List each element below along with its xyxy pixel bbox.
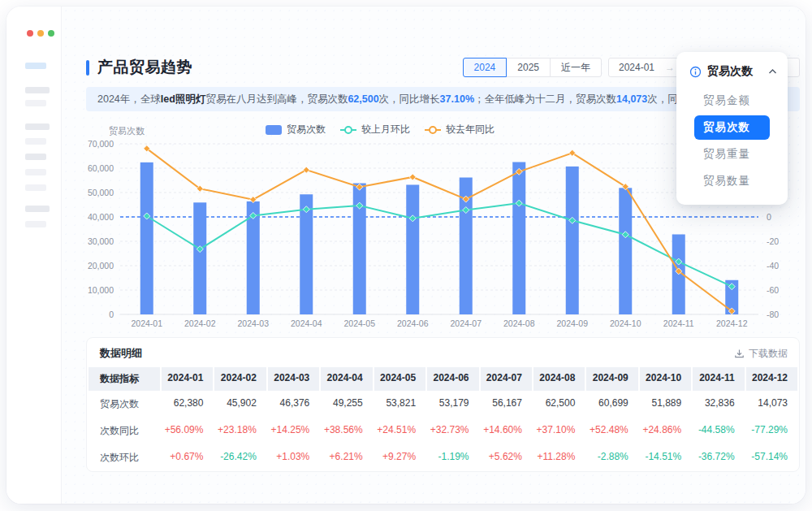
axis-tick-label: 20,000 xyxy=(88,261,114,271)
table-cell: +23.18% xyxy=(214,418,266,444)
point-较去年同比-2024-04 xyxy=(303,167,309,173)
sidebar-item-placeholder[interactable] xyxy=(25,154,46,160)
legend-label: 较去年同比 xyxy=(446,123,495,136)
summary-segment: 37.10% xyxy=(440,93,474,105)
table-cell: 62,380 xyxy=(162,391,213,418)
table-cell: 60,699 xyxy=(586,391,637,418)
sidebar-item-placeholder[interactable] xyxy=(25,100,46,106)
tab-2025[interactable]: 2025 xyxy=(506,58,551,77)
axis-tick-label: 0 xyxy=(767,212,771,222)
row-label: 次数同比 xyxy=(89,418,160,444)
maximize-window-icon[interactable] xyxy=(48,30,54,37)
sidebar-item-placeholder[interactable] xyxy=(25,206,50,212)
tab-近一年[interactable]: 近一年 xyxy=(550,58,602,77)
sidebar-item-placeholder[interactable] xyxy=(25,184,46,191)
table-column-header: 2024-01 xyxy=(162,367,213,391)
summary-segment: led照明灯 xyxy=(161,93,206,105)
table-cell: +1.03% xyxy=(268,444,319,471)
axis-tick-label: 2024-07 xyxy=(450,318,482,328)
metric-option-贸易数量[interactable]: 贸易数量 xyxy=(694,169,770,193)
axis-tick-label: 2024-10 xyxy=(610,318,641,328)
legend-item-较上月环比[interactable]: 较上月环比 xyxy=(340,123,410,136)
axis-tick-label: 30,000 xyxy=(88,236,114,246)
sidebar xyxy=(6,6,61,504)
sidebar-item-placeholder[interactable] xyxy=(25,123,50,130)
minimize-window-icon[interactable] xyxy=(37,30,44,37)
axis-tick-label: 2024-03 xyxy=(237,318,269,328)
axis-tick-label: -40 xyxy=(767,261,779,271)
summary-segment: 14,073 xyxy=(616,93,647,105)
table-cell: -77.29% xyxy=(746,418,797,444)
sidebar-item-placeholder-active[interactable] xyxy=(25,63,46,69)
table-cell: +38.56% xyxy=(321,418,372,444)
table-cell: +24.86% xyxy=(640,418,691,444)
table-row-次数环比: 次数环比+0.67%-26.42%+1.03%+6.21%+9.27%-1.19… xyxy=(87,444,799,471)
bar-2024-08 xyxy=(512,162,525,315)
table-cell: 53,179 xyxy=(427,391,478,418)
table-cell: -2.88% xyxy=(586,444,637,471)
bar-2024-10 xyxy=(619,188,632,314)
table-cell: +14.25% xyxy=(268,418,319,444)
table-column-header: 2024-10 xyxy=(640,367,691,391)
selected-metric-label: 贸易次数 xyxy=(707,64,762,79)
table-cell: 45,902 xyxy=(214,391,266,418)
table-cell: +11.28% xyxy=(533,444,585,471)
sidebar-item-placeholder[interactable] xyxy=(25,138,46,145)
sidebar-item-placeholder[interactable] xyxy=(25,221,46,227)
table-row-次数同比: 次数同比+56.09%+23.18%+14.25%+38.56%+24.51%+… xyxy=(87,418,799,444)
legend-label: 较上月环比 xyxy=(361,123,410,136)
chart-legend: 贸易次数较上月环比较去年同比 xyxy=(266,123,495,136)
table-cell: +6.21% xyxy=(321,444,372,471)
sidebar-item-placeholder[interactable] xyxy=(25,169,46,175)
chevron-up-icon xyxy=(768,68,777,75)
sidebar-item-placeholder[interactable] xyxy=(25,87,50,93)
metric-dropdown-toggle[interactable]: 贸易次数 xyxy=(676,52,788,86)
table-column-header: 数据指标 xyxy=(89,367,160,391)
axis-tick-label: 40,000 xyxy=(88,212,114,222)
legend-item-贸易次数[interactable]: 贸易次数 xyxy=(266,123,326,136)
bar-2024-06 xyxy=(406,184,419,314)
table-cell: +5.62% xyxy=(481,444,532,471)
axis-tick-label: 10,000 xyxy=(88,285,114,295)
close-window-icon[interactable] xyxy=(27,30,33,37)
metric-option-贸易次数[interactable]: 贸易次数 xyxy=(694,115,770,140)
table-cell: -36.72% xyxy=(693,444,744,471)
line-较去年同比 xyxy=(147,149,732,311)
table-cell: 62,500 xyxy=(533,391,585,418)
download-icon xyxy=(734,349,745,359)
axis-tick-label: 2024-05 xyxy=(343,318,375,328)
table-cell: -26.42% xyxy=(214,444,266,471)
table-column-header: 2024-11 xyxy=(693,367,744,391)
table-column-header: 2024-12 xyxy=(746,367,797,391)
metric-option-贸易重量[interactable]: 贸易重量 xyxy=(694,142,770,167)
table-column-header: 2024-06 xyxy=(427,367,478,391)
row-label: 贸易次数 xyxy=(89,391,160,418)
axis-tick-label: 2024-09 xyxy=(556,318,588,328)
bar-2024-02 xyxy=(193,202,206,314)
table-cell: +37.10% xyxy=(533,418,585,444)
metric-dropdown-panel: 贸易次数 贸易金额贸易次数贸易重量贸易数量 xyxy=(676,52,788,205)
table-cell: 14,073 xyxy=(746,391,797,418)
download-data-button[interactable]: 下载数据 xyxy=(734,347,788,361)
table-body: 贸易次数62,38045,90246,37649,25553,82153,179… xyxy=(87,391,799,471)
page-title: 产品贸易趋势 xyxy=(97,57,463,78)
axis-tick-label: 70,000 xyxy=(88,139,114,149)
arrow-right-icon: → xyxy=(665,62,675,73)
table-cell: +0.67% xyxy=(162,444,213,471)
table-column-header: 2024-05 xyxy=(374,367,425,391)
legend-item-较去年同比[interactable]: 较去年同比 xyxy=(425,123,495,136)
axis-tick-label: 60,000 xyxy=(88,163,114,173)
summary-segment: 62,500 xyxy=(348,93,378,105)
legend-label: 贸易次数 xyxy=(287,123,326,136)
axis-tick-label: 2024-06 xyxy=(397,318,429,328)
table-cell: 32,836 xyxy=(693,391,744,418)
table-column-header: 2024-02 xyxy=(214,367,266,391)
summary-segment: 次，同比增长 xyxy=(379,93,440,105)
axis-tick-label: -20 xyxy=(767,236,779,246)
tab-2024[interactable]: 2024 xyxy=(463,58,508,77)
table-cell: -1.19% xyxy=(427,444,478,471)
summary-segment: 贸易在八月达到高峰，贸易次数 xyxy=(205,93,348,105)
table-section-title: 数据明细 xyxy=(100,346,142,361)
metric-option-贸易金额[interactable]: 贸易金额 xyxy=(694,89,770,113)
table-cell: +9.27% xyxy=(374,444,425,471)
